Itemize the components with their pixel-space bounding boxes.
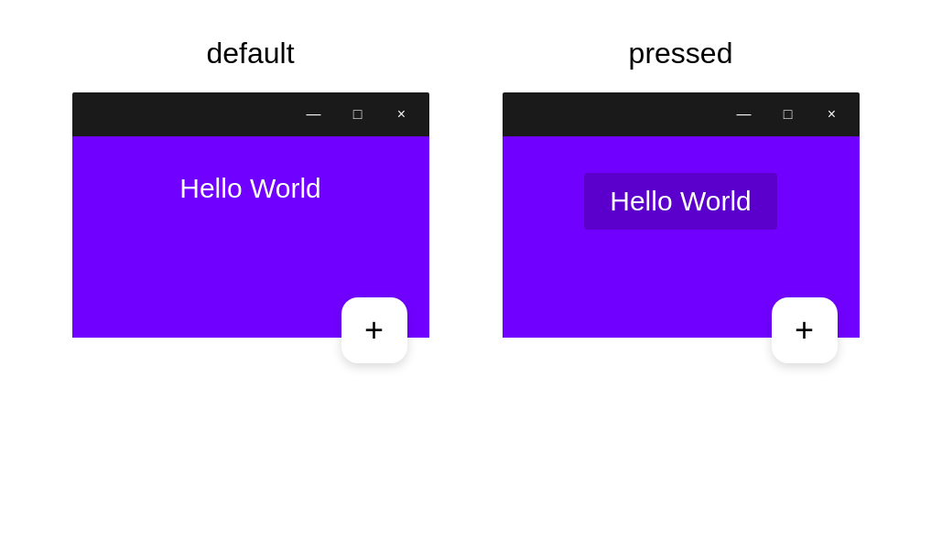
default-window: — □ × Hello World + <box>72 92 429 338</box>
pressed-window: — □ × Hello World + <box>503 92 860 338</box>
hello-text-pressed: Hello World <box>584 173 777 230</box>
pressed-label: pressed <box>629 37 733 70</box>
minimize-button-pressed[interactable]: — <box>735 105 753 124</box>
fab-default[interactable]: + <box>341 297 407 363</box>
pressed-demo: pressed — □ × Hello World + <box>503 37 860 338</box>
window-body-default: Hello World + <box>72 136 429 338</box>
maximize-button-pressed[interactable]: □ <box>779 105 797 124</box>
close-button-default[interactable]: × <box>393 105 411 124</box>
title-bar-default: — □ × <box>72 92 429 136</box>
window-body-pressed: Hello World + <box>503 136 860 338</box>
hello-text-default: Hello World <box>179 173 321 204</box>
minimize-button-default[interactable]: — <box>305 105 323 124</box>
default-demo: default — □ × Hello World + <box>72 37 429 338</box>
fab-pressed[interactable]: + <box>772 297 838 363</box>
title-bar-pressed: — □ × <box>503 92 860 136</box>
maximize-button-default[interactable]: □ <box>349 105 367 124</box>
default-label: default <box>206 37 294 70</box>
close-button-pressed[interactable]: × <box>823 105 841 124</box>
